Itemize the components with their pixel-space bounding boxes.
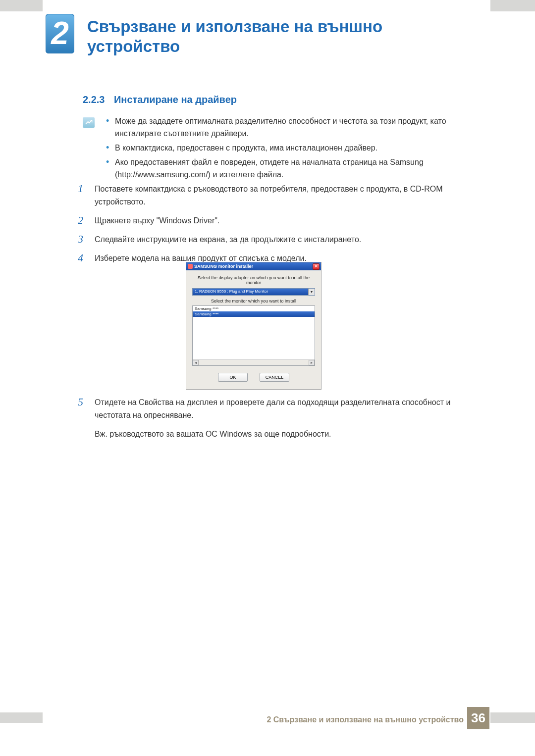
page: 2 Свързване и използване на външно устро… bbox=[0, 0, 535, 756]
section-number: 2.2.3 bbox=[83, 94, 105, 105]
adapter-select[interactable]: 1. RADEON 9550 : Plug and Play Monitor bbox=[192, 288, 315, 296]
installer-titlebar: SAMSUNG monitor installer ✕ bbox=[186, 262, 321, 270]
chevron-down-icon[interactable] bbox=[308, 289, 315, 295]
chapter-title: Свързване и използване на външно устройс… bbox=[87, 17, 474, 56]
steps-list-lower: 5 Отидете на Свойства на дисплея и прове… bbox=[78, 396, 474, 441]
list-item[interactable]: Samsung **** bbox=[193, 306, 315, 311]
step-number: 5 bbox=[78, 396, 95, 408]
page-number: 36 bbox=[467, 707, 489, 729]
close-icon[interactable]: ✕ bbox=[313, 263, 320, 270]
scroll-left-icon[interactable]: ◂ bbox=[193, 360, 199, 365]
note-list: Може да зададете оптималната разделителн… bbox=[106, 115, 473, 183]
adapter-selected-value: 1. RADEON 9550 : Plug and Play Monitor bbox=[195, 289, 268, 294]
note-item: Може да зададете оптималната разделителн… bbox=[106, 115, 473, 140]
note-icon bbox=[83, 117, 95, 128]
step-number: 3 bbox=[78, 233, 95, 245]
step: 2 Щракнете върху "Windows Driver". bbox=[78, 214, 474, 227]
step-number: 4 bbox=[78, 252, 95, 264]
section-heading: 2.2.3 Инсталиране на драйвер bbox=[83, 94, 479, 105]
decoration-strip bbox=[490, 0, 535, 11]
chapter-number-badge: 2 bbox=[46, 14, 74, 53]
step: 1 Поставете компактдиска с ръководството… bbox=[78, 183, 474, 208]
step-text: Следвайте инструкциите на екрана, за да … bbox=[95, 233, 361, 246]
note-item: В компактдиска, предоставен с продукта, … bbox=[106, 142, 473, 154]
app-icon bbox=[188, 264, 193, 269]
step-number: 1 bbox=[78, 183, 95, 195]
step: 5 Отидете на Свойства на дисплея и прове… bbox=[78, 396, 474, 422]
step: 3 Следвайте инструкциите на екрана, за д… bbox=[78, 233, 474, 246]
note-item: Ако предоставеният файл е повреден, отид… bbox=[106, 156, 473, 181]
cancel-button[interactable]: CANCEL bbox=[260, 373, 289, 382]
step-number: 2 bbox=[78, 214, 95, 226]
step-text: Поставете компактдиска с ръководството з… bbox=[95, 183, 474, 208]
decoration-strip bbox=[0, 712, 43, 723]
horizontal-scrollbar[interactable]: ◂ ▸ bbox=[193, 359, 315, 365]
scroll-right-icon[interactable]: ▸ bbox=[309, 360, 315, 365]
steps-list-upper: 1 Поставете компактдиска с ръководството… bbox=[78, 183, 474, 271]
footer-chapter-text: 2 Свързване и използване на външно устро… bbox=[267, 715, 464, 724]
decoration-strip bbox=[0, 0, 43, 11]
step-extra-text: Вж. ръководството за вашата ОС Windows з… bbox=[95, 428, 474, 441]
installer-title: SAMSUNG monitor installer bbox=[194, 264, 253, 269]
step-text: Отидете на Свойства на дисплея и провере… bbox=[95, 396, 474, 422]
list-item[interactable]: Samsung **** bbox=[193, 311, 315, 317]
section-title: Инсталиране на драйвер bbox=[114, 94, 237, 105]
monitor-list[interactable]: Samsung **** Samsung **** ◂ ▸ bbox=[192, 305, 315, 366]
installer-dialog: SAMSUNG monitor installer ✕ Select the d… bbox=[186, 262, 321, 390]
ok-button[interactable]: OK bbox=[218, 373, 248, 382]
step-text: Щракнете върху "Windows Driver". bbox=[95, 214, 219, 227]
decoration-strip bbox=[490, 712, 535, 723]
installer-adapter-label: Select the display adapter on which you … bbox=[192, 275, 315, 285]
installer-monitor-label: Select the monitor which you want to ins… bbox=[192, 299, 315, 303]
